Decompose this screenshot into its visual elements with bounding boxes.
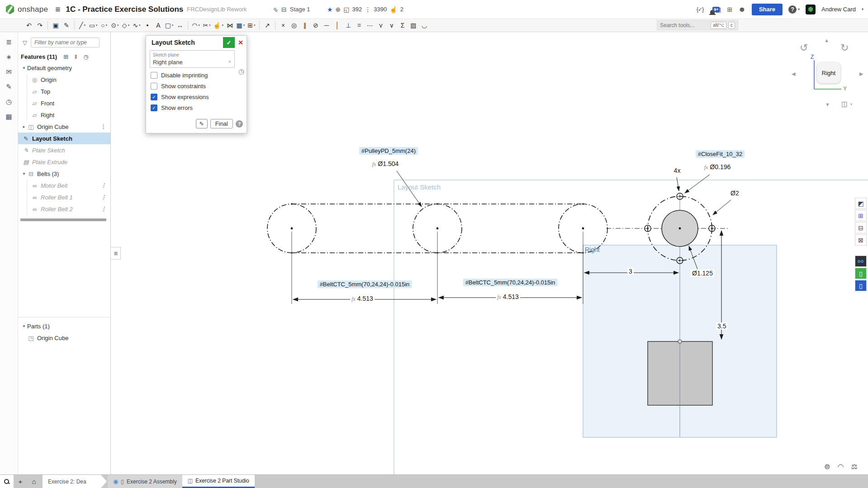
trim-tool-button[interactable]: ✂▾ — [201, 20, 212, 31]
item-menu-icon[interactable]: ⋮ — [101, 206, 106, 212]
sketch-plane-field[interactable]: Sketch plane Right plane × — [150, 50, 235, 68]
layout-plane-label[interactable]: Layout Sketch — [398, 183, 441, 191]
belt1-expression-label[interactable]: #BeltCTC_5mm(70,24,24)-0.015in — [318, 280, 412, 288]
blue-doc-panel-button[interactable]: ▯ — [855, 280, 867, 291]
rotate-down-arrow[interactable]: ▼ — [825, 102, 830, 107]
option-show-constraints[interactable]: Show constraints — [151, 83, 242, 90]
document-title[interactable]: 1C - Practice Exercise Solutions — [66, 5, 183, 14]
feature-item-plate-sketch[interactable]: ✎ Plate Sketch — [18, 144, 110, 156]
view-cube-face[interactable]: Right — [817, 62, 840, 83]
feature-list-rail-icon[interactable]: ≣ — [3, 36, 15, 48]
right-plane-label[interactable]: Right — [585, 246, 600, 253]
slot-tool-button[interactable]: ▢▾ — [164, 20, 175, 31]
perpendicular-constraint-button[interactable]: ⊥ — [343, 20, 354, 31]
filter-icon[interactable]: ▽ — [23, 39, 27, 46]
feature-item-origin-cube[interactable]: ▸ ◫ Origin Cube ⋮ — [18, 121, 110, 133]
line-tool-button[interactable]: ╱▾ — [77, 20, 88, 31]
main-menu-icon[interactable]: ≡ — [55, 5, 60, 14]
tab-exercise-2-assembly[interactable]: ◉ ▯ Exercise 2 Assembly — [108, 475, 182, 488]
dim-3-label[interactable]: 3 — [627, 268, 634, 275]
feature-item-roller-belt-2[interactable]: ∞ Roller Belt 2 ⋮ — [27, 203, 110, 215]
concentric-constraint-button[interactable]: ◎ — [289, 20, 299, 31]
feature-item-roller-belt-1[interactable]: ∞ Roller Belt 1 ⋮ — [27, 191, 110, 203]
help-menu[interactable]: ? ▾ — [788, 5, 800, 14]
extension-panel-button[interactable]: oo — [855, 256, 867, 267]
option-show-expressions[interactable]: ✓ Show expressions — [151, 94, 242, 100]
belt1-ctc-dim[interactable]: fx4.513 — [350, 295, 375, 303]
checkbox-checked[interactable]: ✓ — [151, 104, 157, 111]
normal-constraint-button[interactable]: ∨ — [386, 20, 397, 31]
item-menu-icon[interactable]: ⋮ — [101, 194, 106, 200]
feature-item-right[interactable]: ▱ Right — [27, 109, 110, 121]
suppress-icon[interactable]: ‖ — [75, 53, 77, 60]
center-circle-tool-button[interactable]: ⊙▾ — [109, 20, 120, 31]
feature-item-front[interactable]: ▱ Front — [27, 97, 110, 109]
history-icon[interactable]: ◷ — [83, 53, 88, 60]
mirror-tool-button[interactable]: ⋈ — [224, 20, 235, 31]
final-button[interactable]: Final — [210, 119, 233, 128]
appearance-panel-button[interactable]: ◩ — [855, 198, 867, 209]
insert-image-tool-button[interactable]: ⊞▾ — [246, 20, 257, 31]
use-project-tool-button[interactable]: ☝▾ — [212, 20, 224, 31]
redo-button[interactable]: ↷ — [34, 20, 45, 31]
rollback-bar[interactable] — [20, 218, 106, 221]
option-disable-imprinting[interactable]: Disable imprinting — [151, 72, 242, 79]
pulley-expression-label[interactable]: #PulleyPD_5mm(24) — [359, 147, 418, 155]
new-folder-icon[interactable]: ⊞ — [63, 53, 68, 60]
featurescript-icon[interactable]: {✓} — [697, 6, 703, 13]
filter-input[interactable] — [31, 38, 100, 47]
user-name[interactable]: Andrew Card — [821, 6, 856, 13]
closefit-diameter-dim[interactable]: fxØ0.196 — [703, 163, 732, 171]
chevron-down-icon[interactable]: ▾ — [21, 171, 27, 176]
parallel-constraint-button[interactable]: ∥ — [299, 20, 310, 31]
equal-constraint-button[interactable]: = — [354, 20, 365, 31]
circle-tool-button[interactable]: ○▾ — [99, 20, 109, 31]
chevron-down-icon[interactable]: ▾ — [21, 324, 27, 328]
named-views-panel-button[interactable]: ⊞ — [855, 210, 867, 221]
confirm-button[interactable]: ✓ — [223, 37, 235, 48]
notes-rail-icon[interactable]: ✎ — [3, 81, 15, 93]
chevron-down-icon[interactable]: ▾ — [862, 7, 863, 11]
undo-button[interactable]: ↶ — [24, 20, 34, 31]
symmetric-constraint-button[interactable]: Σ — [397, 20, 408, 31]
checkbox-unchecked[interactable] — [151, 72, 157, 79]
feature-item-plate-extrude[interactable]: ▤ Plate Extrude — [18, 156, 110, 168]
variables-panel-button[interactable]: ⊠ — [855, 234, 867, 246]
belt2-expression-label[interactable]: #BeltCTC_5mm(70,24,24)-0.015in — [463, 279, 558, 286]
tables-rail-icon[interactable]: ▦ — [3, 110, 15, 123]
tab-exercise-2-dea[interactable]: Exercise 2: Dea — [43, 475, 107, 488]
search-tools-input[interactable]: Search tools... alt/⌥ c — [657, 20, 738, 30]
chevron-right-icon[interactable]: ▸ — [21, 124, 27, 129]
cancel-button[interactable]: ✕ — [235, 37, 247, 48]
midpoint-constraint-button[interactable]: ⋯ — [365, 20, 375, 31]
copies-icon[interactable]: ◱ — [343, 6, 349, 13]
tab-exercise-2-part-studio[interactable]: ◫ Exercise 2 Part Studio — [182, 475, 255, 488]
mass-properties-icon[interactable]: ⚖ — [851, 462, 857, 471]
bore-dim[interactable]: Ø1.125 — [691, 270, 714, 277]
feature-item-motor-belt[interactable]: ∞ Motor Belt ⋮ — [27, 180, 110, 191]
feature-item-layout-sketch[interactable]: ✎ Layout Sketch — [18, 133, 110, 144]
green-doc-panel-button[interactable]: ▯ — [855, 268, 867, 279]
likes-icon[interactable]: ☝ — [389, 6, 397, 13]
feature-item-default-geometry[interactable]: ▾ Default geometry — [18, 62, 110, 74]
view-menu-cube-icon[interactable]: ◫ — [841, 100, 848, 108]
feature-folder-belts[interactable]: ▾ ⊟ Belts (3) — [18, 168, 110, 180]
dialog-help-icon[interactable]: ? — [236, 120, 243, 128]
text-tool-button[interactable]: A — [153, 20, 164, 31]
clear-selection-icon[interactable]: × — [228, 59, 231, 64]
pulley-diameter-dim[interactable]: fxØ1.504 — [371, 160, 400, 168]
coincident-constraint-button[interactable]: × — [278, 20, 289, 31]
dim-3-5-label[interactable]: 3.5 — [716, 322, 727, 330]
community-icon[interactable]: ☻ — [738, 5, 746, 14]
forks-icon[interactable]: ⋮ — [365, 6, 371, 13]
chevron-down-icon[interactable]: ▾ — [21, 66, 27, 70]
rotate-left-arrow[interactable]: ◀ — [792, 71, 795, 77]
checkbox-checked[interactable]: ✓ — [151, 94, 157, 100]
home-tab-button[interactable]: ⌂ — [27, 475, 41, 488]
item-menu-icon[interactable]: ⋮ — [101, 182, 106, 189]
polygon-tool-button[interactable]: ◇▾ — [120, 20, 131, 31]
avatar[interactable] — [806, 5, 816, 14]
workspace-label[interactable]: Stage 1 — [290, 6, 310, 13]
fillet-tool-button[interactable]: ◠▾ — [190, 20, 201, 31]
bolt-circle-dim[interactable]: Ø2 — [729, 190, 740, 197]
